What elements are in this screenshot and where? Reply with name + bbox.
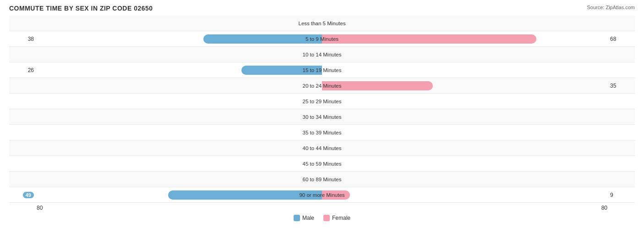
bars-wrapper	[37, 112, 607, 122]
half-right	[322, 34, 607, 44]
female-value: 9	[610, 192, 613, 198]
female-value: 35	[610, 83, 616, 89]
legend: Male Female	[9, 215, 635, 221]
chart-title: COMMUTE TIME BY SEX IN ZIP CODE 02650	[9, 5, 635, 12]
bars-wrapper	[37, 128, 607, 138]
right-value: 35	[607, 83, 635, 89]
bars-wrapper	[37, 96, 607, 106]
female-value: 68	[610, 36, 616, 42]
half-right	[322, 65, 607, 75]
chart-row: 35 to 39 Minutes	[9, 125, 635, 140]
chart-row: 25 to 29 Minutes	[9, 94, 635, 109]
half-right	[322, 128, 607, 138]
right-value: 9	[607, 192, 635, 198]
male-value: 38	[28, 36, 34, 42]
bar-section: 30 to 34 Minutes	[37, 109, 607, 124]
bars-wrapper	[37, 34, 607, 44]
bar-section: 45 to 59 Minutes	[37, 156, 607, 171]
bar-female	[322, 34, 536, 44]
bars-wrapper	[37, 190, 607, 200]
legend-male-label: Male	[302, 215, 314, 221]
bar-section: 90 or more Minutes	[37, 187, 607, 202]
chart-row: 38 5 to 9 Minutes 68	[9, 31, 635, 47]
bar-section: 15 to 19 Minutes	[37, 62, 607, 78]
half-right	[322, 112, 607, 122]
bar-male	[168, 190, 322, 200]
bar-section: 10 to 14 Minutes	[37, 47, 607, 62]
right-value: 68	[607, 36, 635, 42]
half-left	[37, 174, 322, 184]
half-left	[37, 34, 322, 44]
bar-section: 40 to 44 Minutes	[37, 140, 607, 156]
chart-row: 20 to 24 Minutes 35	[9, 78, 635, 94]
axis-right: 80	[601, 205, 607, 211]
legend-female-label: Female	[332, 215, 350, 221]
chart-row: 40 to 44 Minutes	[9, 140, 635, 156]
half-left	[37, 50, 322, 60]
half-right	[322, 190, 607, 200]
half-right	[322, 143, 607, 153]
bar-male	[203, 34, 322, 44]
left-value: 26	[9, 67, 37, 73]
bar-section: 5 to 9 Minutes	[37, 31, 607, 46]
half-left	[37, 190, 322, 200]
chart-container: COMMUTE TIME BY SEX IN ZIP CODE 02650 So…	[0, 0, 644, 240]
bar-section: 35 to 39 Minutes	[37, 125, 607, 140]
bar-female	[322, 190, 350, 200]
half-left	[37, 143, 322, 153]
male-badge: 49	[23, 192, 34, 198]
legend-female: Female	[323, 215, 350, 221]
half-left	[37, 159, 322, 169]
half-left	[37, 128, 322, 138]
bars-wrapper	[37, 18, 607, 28]
bars-wrapper	[37, 81, 607, 91]
chart-row: 49 90 or more Minutes 9	[9, 187, 635, 203]
bars-wrapper	[37, 50, 607, 60]
bar-section: 20 to 24 Minutes	[37, 78, 607, 93]
half-left	[37, 65, 322, 75]
bar-female	[322, 81, 433, 90]
chart-row: 60 to 89 Minutes	[9, 172, 635, 187]
half-left	[37, 112, 322, 122]
axis-line: 80 80	[9, 203, 635, 213]
legend-male: Male	[294, 215, 314, 221]
half-right	[322, 96, 607, 106]
half-right	[322, 50, 607, 60]
chart-row: 26 15 to 19 Minutes	[9, 62, 635, 78]
bar-male	[241, 66, 322, 75]
legend-female-box	[323, 215, 330, 221]
chart-row: 45 to 59 Minutes	[9, 156, 635, 172]
half-left	[37, 18, 322, 28]
half-left	[37, 96, 322, 106]
left-value: 38	[9, 36, 37, 42]
bars-wrapper	[37, 174, 607, 184]
bar-section: Less than 5 Minutes	[37, 16, 607, 31]
legend-male-box	[294, 215, 300, 221]
axis-left: 80	[37, 205, 43, 211]
chart-row: Less than 5 Minutes	[9, 16, 635, 31]
chart-area: Less than 5 Minutes 38 5 to 9 Minutes 68	[9, 16, 635, 203]
left-value: 49	[9, 192, 37, 198]
bars-wrapper	[37, 159, 607, 169]
male-value: 26	[28, 67, 34, 73]
bar-section: 25 to 29 Minutes	[37, 94, 607, 109]
half-left	[37, 81, 322, 91]
half-right	[322, 18, 607, 28]
chart-row: 30 to 34 Minutes	[9, 109, 635, 125]
source-label: Source: ZipAtlas.com	[587, 5, 635, 10]
bars-wrapper	[37, 65, 607, 75]
half-right	[322, 159, 607, 169]
chart-row: 10 to 14 Minutes	[9, 47, 635, 62]
bar-section: 60 to 89 Minutes	[37, 172, 607, 187]
bars-wrapper	[37, 143, 607, 153]
half-right	[322, 81, 607, 91]
half-right	[322, 174, 607, 184]
